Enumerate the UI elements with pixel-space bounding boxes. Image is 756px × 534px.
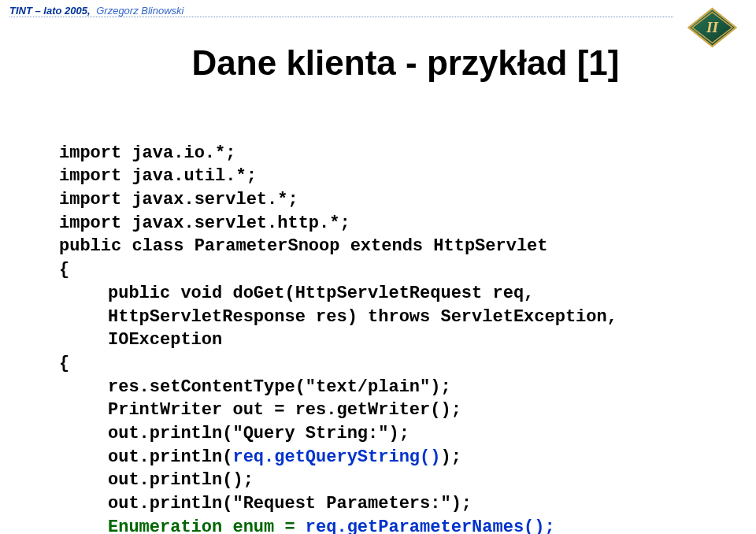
- code-line: IOException: [59, 330, 222, 350]
- code-highlight: req.getQueryString(): [232, 447, 440, 467]
- code-line: out.println("Query String:");: [59, 424, 410, 443]
- svg-text:II: II: [706, 19, 720, 35]
- slide-header: TINT – lato 2005, Grzegorz Blinowski: [0, 0, 756, 24]
- code-highlight: Enumeration enum =: [108, 517, 306, 534]
- code-line: {: [59, 260, 69, 280]
- code-line: Enumeration enum = req.getParameterNames…: [59, 517, 555, 534]
- header-left: TINT – lato 2005, Grzegorz Blinowski: [9, 5, 183, 17]
- code-line: import javax.servlet.*;: [59, 190, 298, 210]
- code-line: public class ParameterSnoop extends Http…: [59, 236, 548, 256]
- code-line: out.println(req.getQueryString());: [59, 447, 461, 467]
- code-line: PrintWriter out = res.getWriter();: [59, 400, 461, 420]
- code-line: res.setContentType("text/plain");: [59, 377, 451, 397]
- code-line: out.println();: [59, 470, 254, 490]
- code-line: import java.io.*;: [59, 143, 235, 163]
- code-line: HttpServletResponse res) throws ServletE…: [59, 307, 617, 327]
- code-line: {: [59, 354, 69, 373]
- code-text: );: [440, 447, 461, 467]
- code-block: import java.io.*; import java.util.*; im…: [59, 118, 617, 534]
- code-line: import java.util.*;: [59, 166, 257, 186]
- code-highlight: req.getParameterNames();: [306, 517, 555, 534]
- header-divider: [9, 17, 673, 17]
- page-title: Dane klienta - przykład [1]: [0, 43, 756, 83]
- code-line: import javax.servlet.http.*;: [59, 213, 350, 233]
- author-name: Grzegorz Blinowski: [96, 5, 183, 17]
- course-name: TINT – lato 2005,: [9, 5, 91, 17]
- code-text: out.println(: [108, 447, 232, 467]
- code-line: out.println("Request Parameters:");: [59, 494, 472, 514]
- code-line: public void doGet(HttpServletRequest req…: [59, 284, 534, 303]
